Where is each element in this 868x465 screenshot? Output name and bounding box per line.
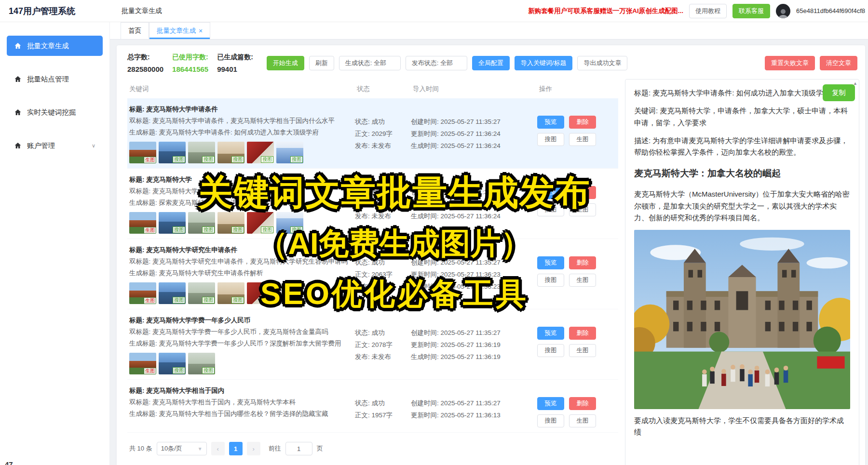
article-thumbnail[interactable]: 生图 bbox=[129, 212, 156, 234]
table-row[interactable]: 标题: 麦克马斯特大学研究生申请条件双标题: 麦克马斯特大学研究生申请条件，麦克… bbox=[127, 239, 618, 309]
time-line: 生成时间: 2025-05-27 11:36:24 bbox=[411, 210, 537, 222]
search-image-button[interactable]: 搜图 bbox=[537, 203, 564, 216]
article-thumbnail[interactable]: 搜图 bbox=[276, 142, 303, 163]
next-page-button[interactable]: › bbox=[247, 442, 260, 455]
article-title: 标题: 麦克马斯特大学 bbox=[129, 174, 348, 186]
reset-failed-button[interactable]: 重置失败文章 bbox=[765, 56, 815, 70]
article-thumbnail[interactable]: 搜图 bbox=[217, 142, 244, 163]
search-image-button[interactable]: 搜图 bbox=[537, 414, 564, 427]
table-row[interactable]: 标题: 麦克马斯特大学学费一年多少人民币双标题: 麦克马斯特大学学费一年多少人民… bbox=[127, 309, 618, 380]
keyword-cell: 标题: 麦克马斯特大学学费一年多少人民币双标题: 麦克马斯特大学学费一年多少人民… bbox=[129, 315, 355, 374]
article-generated-title: 生成标题: 麦克马斯特大学申请条件: 如何成功进入加拿大顶级学府 bbox=[129, 127, 348, 138]
delete-button[interactable]: 删除 bbox=[569, 397, 596, 410]
article-thumbnail[interactable]: 生图 bbox=[129, 353, 156, 374]
contact-support-button[interactable]: 联系客服 bbox=[732, 4, 770, 18]
generate-image-button[interactable]: 生图 bbox=[569, 203, 596, 216]
copy-button[interactable]: 复制 bbox=[823, 84, 855, 101]
page-size-select[interactable]: 10条/页 ▼ bbox=[157, 442, 207, 455]
generate-image-button[interactable]: 生图 bbox=[569, 414, 596, 427]
tab-close-icon[interactable]: × bbox=[199, 27, 203, 35]
search-image-button[interactable]: 搜图 bbox=[537, 133, 564, 146]
time-line: 更新时间: 2025-05-27 11:36:23 bbox=[411, 268, 537, 280]
clear-articles-button[interactable]: 清空文章 bbox=[820, 56, 857, 70]
sidebar-item-batch-article-gen[interactable]: 批量文章生成 bbox=[7, 36, 103, 56]
time-cell: 创建时间: 2025-05-27 11:35:27更新时间: 2025-05-2… bbox=[411, 385, 537, 427]
tab-label: 批量文章生成 bbox=[157, 27, 196, 35]
preview-button[interactable]: 预览 bbox=[537, 116, 564, 129]
article-generated-title: 生成标题: 麦克马斯特大学研究生申请条件解析 bbox=[129, 267, 348, 279]
thumbnail-strip: 生图搜图搜图 bbox=[129, 353, 348, 374]
article-thumbnail[interactable]: 搜图 bbox=[188, 212, 215, 234]
global-config-button[interactable]: 全局配置 bbox=[472, 56, 510, 70]
article-thumbnail[interactable]: 搜图 bbox=[217, 282, 244, 304]
home-icon bbox=[14, 42, 22, 50]
searched-image-tag: 搜图 bbox=[261, 297, 273, 304]
table-row[interactable]: 标题: 麦克马斯特大学双标题: 麦克马斯特大学生成标题: 探索麦克马斯特大学，走… bbox=[127, 169, 618, 239]
stat-used-words: 已使用字数:186441565 bbox=[172, 53, 208, 73]
time-line: 更新时间: 2025-05-27 11:36:24 bbox=[411, 198, 537, 210]
current-page[interactable]: 1 bbox=[229, 442, 243, 455]
sidebar-item-account-mgmt[interactable]: 账户管理∨ bbox=[7, 135, 103, 156]
export-success-button[interactable]: 导出成功文章 bbox=[577, 56, 627, 70]
article-double-title: 双标题: 麦克马斯特大学研究生申请条件，麦克马斯特大学研究生容易申请吗 bbox=[129, 256, 348, 267]
tutorial-button[interactable]: 使用教程 bbox=[689, 4, 727, 18]
header-import-time: 导入时间 bbox=[413, 85, 539, 93]
article-thumbnail[interactable]: 搜图 bbox=[247, 282, 274, 304]
status-line: 正文: 2045字 bbox=[355, 198, 411, 210]
goto-page-input[interactable] bbox=[285, 442, 312, 455]
gen-status-select[interactable]: 生成状态: 全部 bbox=[339, 56, 401, 70]
generate-image-button[interactable]: 生图 bbox=[569, 274, 596, 287]
tab-home[interactable]: 首页 bbox=[121, 22, 149, 39]
keyword-cell: 标题: 麦克马斯特大学双标题: 麦克马斯特大学生成标题: 探索麦克马斯特大学，走… bbox=[129, 174, 355, 234]
article-thumbnail[interactable]: 搜图 bbox=[159, 282, 186, 304]
delete-button[interactable]: 删除 bbox=[569, 186, 596, 199]
delete-button[interactable]: 删除 bbox=[569, 116, 596, 129]
generated-image-tag: 生图 bbox=[144, 227, 156, 233]
article-thumbnail[interactable]: 生图 bbox=[129, 282, 156, 304]
searched-image-tag: 搜图 bbox=[202, 156, 215, 163]
sidebar-item-batch-site-mgmt[interactable]: 批量站点管理 bbox=[7, 69, 103, 89]
start-generate-button[interactable]: 开始生成 bbox=[267, 56, 304, 70]
avatar[interactable] bbox=[776, 4, 790, 18]
pub-status-select[interactable]: 发布状态: 全部 bbox=[406, 56, 467, 70]
sidebar-item-realtime-keyword-mining[interactable]: 实时关键词挖掘 bbox=[7, 102, 103, 122]
delete-button[interactable]: 删除 bbox=[569, 327, 596, 340]
keyword-cell: 标题: 麦克马斯特大学研究生申请条件双标题: 麦克马斯特大学研究生申请条件，麦克… bbox=[129, 244, 355, 304]
goto-label: 前往 bbox=[269, 444, 281, 453]
table-row[interactable]: 标题: 麦克马斯特大学申请条件双标题: 麦克马斯特大学申请条件，麦克马斯特大学相… bbox=[127, 98, 618, 169]
chevron-down-icon: ▼ bbox=[198, 446, 203, 452]
ops-cell: 预览删除搜图生图 bbox=[537, 174, 610, 234]
article-thumbnail[interactable]: 搜图 bbox=[247, 142, 274, 163]
prev-page-button[interactable]: ‹ bbox=[211, 442, 225, 455]
article-thumbnail[interactable]: 搜图 bbox=[159, 353, 186, 374]
preview-button[interactable]: 预览 bbox=[537, 186, 564, 199]
pagination-total: 共 10 条 bbox=[129, 444, 152, 453]
status-line: 状态: 成功 bbox=[355, 327, 411, 339]
article-thumbnail[interactable]: 搜图 bbox=[159, 142, 186, 163]
preview-button[interactable]: 预览 bbox=[537, 327, 564, 340]
search-image-button[interactable]: 搜图 bbox=[537, 274, 564, 287]
article-thumbnail[interactable]: 搜图 bbox=[159, 212, 186, 234]
article-thumbnail[interactable]: 搜图 bbox=[188, 353, 215, 374]
generate-image-button[interactable]: 生图 bbox=[569, 344, 596, 357]
article-thumbnail[interactable]: 搜图 bbox=[247, 212, 274, 234]
thumbnail-strip: 生图搜图搜图搜图搜图 bbox=[129, 282, 348, 304]
preview-button[interactable]: 预览 bbox=[537, 397, 564, 410]
campus-photo bbox=[634, 230, 850, 409]
article-thumbnail[interactable]: 搜图 bbox=[188, 142, 215, 163]
delete-button[interactable]: 删除 bbox=[569, 256, 596, 269]
article-thumbnail[interactable]: 搜图 bbox=[276, 212, 303, 234]
preview-button[interactable]: 预览 bbox=[537, 256, 564, 269]
article-thumbnail[interactable]: 搜图 bbox=[188, 282, 215, 304]
tab-batch-article-gen[interactable]: 批量文章生成× bbox=[149, 22, 210, 39]
table-row[interactable]: 标题: 麦克马斯特大学相当于国内双标题: 麦克马斯特大学相当于国内，麦克马斯特大… bbox=[127, 380, 618, 433]
generate-image-button[interactable]: 生图 bbox=[569, 133, 596, 146]
promo-notice[interactable]: 新购套餐用户可联系客服赠送一万张AI原创生成配图... bbox=[528, 7, 683, 15]
searched-image-tag: 搜图 bbox=[231, 156, 244, 163]
article-thumbnail[interactable]: 搜图 bbox=[217, 212, 244, 234]
article-thumbnail[interactable]: 生图 bbox=[129, 142, 156, 163]
stat-label: 已生成篇数: bbox=[217, 53, 253, 62]
import-keywords-button[interactable]: 导入关键词/标题 bbox=[515, 56, 573, 70]
search-image-button[interactable]: 搜图 bbox=[537, 344, 564, 357]
refresh-button[interactable]: 刷新 bbox=[309, 56, 334, 70]
